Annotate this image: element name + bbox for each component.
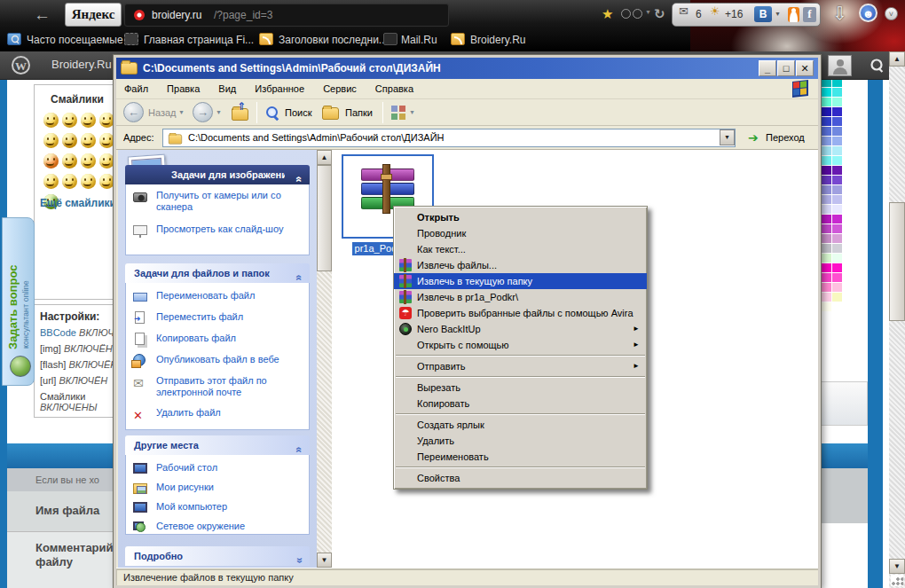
menu-open[interactable]: Открыть (394, 209, 647, 225)
toolbar-collapse-icon[interactable]: ˅ (885, 7, 898, 20)
menu-file[interactable]: Файл (116, 79, 156, 99)
reader-glasses-icon[interactable] (621, 9, 642, 18)
vk-dropdown-icon[interactable]: ▼ (775, 1, 781, 27)
minimize-button[interactable]: _ (759, 60, 776, 76)
views-dropdown-icon[interactable]: ▼ (409, 99, 415, 126)
address-dropdown-icon[interactable]: ▼ (720, 129, 735, 145)
folders-icon[interactable] (322, 107, 339, 120)
other-places-header[interactable]: Другие места « (125, 435, 310, 455)
scroll-up-icon[interactable]: ▲ (889, 51, 905, 67)
go-arrow-icon[interactable]: ➔ (748, 129, 759, 146)
task-copy[interactable]: Копировать файл (156, 333, 307, 344)
go-label[interactable]: Переход (766, 132, 805, 143)
task-pane-scrollbar[interactable]: ▲ ▼ (317, 150, 332, 568)
browser-scrollbar[interactable]: ▲ ▼ (889, 51, 905, 588)
close-button[interactable]: ✕ (796, 60, 814, 76)
bookmark-broidery[interactable]: Broidery.Ru (470, 29, 525, 51)
smiley-icon[interactable] (43, 133, 59, 148)
back-dropdown-icon[interactable]: ▼ (178, 99, 185, 126)
views-icon[interactable] (391, 106, 405, 120)
collapse-chevron-icon[interactable]: « (290, 447, 310, 453)
back-icon[interactable]: ← (123, 102, 144, 122)
menu-rename[interactable]: Переименовать (394, 449, 647, 465)
maximize-button[interactable]: □ (777, 60, 795, 76)
collapse-chevron-icon[interactable]: « (290, 275, 310, 281)
search-label[interactable]: Поиск (285, 99, 311, 126)
expand-chevron-icon[interactable]: « (290, 558, 310, 564)
wordpress-logo-icon[interactable]: W (12, 56, 30, 74)
window-titlebar[interactable]: C:\Documents and Settings\Admin\Рабочий … (116, 58, 818, 79)
bookmark-home[interactable]: Главная страница Fi... (144, 29, 254, 51)
smiley-icon[interactable] (81, 153, 96, 169)
reload-icon[interactable]: ↻ (654, 4, 665, 25)
menu-open-with[interactable]: Открыть с помощью► (394, 337, 647, 353)
smiley-icon[interactable] (99, 153, 114, 169)
place-computer[interactable]: Мой компьютер (156, 501, 307, 513)
mail-icon[interactable]: ✉ (679, 4, 689, 18)
bookmark-frequent[interactable]: Часто посещаемые (27, 29, 123, 51)
mail-count[interactable]: 6 (696, 4, 702, 26)
bookmark-headlines[interactable]: Заголовки последни... (279, 29, 388, 51)
menu-nero-backitup[interactable]: Nero BackItUp► (394, 321, 647, 337)
smiley-icon[interactable] (43, 174, 59, 189)
weather-temp[interactable]: +16 (725, 4, 743, 26)
admin-search-icon[interactable] (870, 58, 883, 71)
menu-favorites[interactable]: Избранное (247, 79, 312, 99)
menu-create-shortcut[interactable]: Создать ярлык (394, 417, 647, 433)
address-input[interactable]: C:\Documents and Settings\Admin\Рабочий … (162, 129, 736, 147)
place-desktop[interactable]: Рабочий стол (156, 462, 307, 474)
place-network[interactable]: Сетевое окружение (156, 521, 307, 532)
smiley-icon[interactable] (43, 113, 59, 128)
bookmark-mailru[interactable]: Mail.Ru (401, 29, 437, 51)
scrollbar-thumb[interactable] (889, 202, 905, 321)
glasses-dropdown-icon[interactable]: ▼ (645, 0, 651, 26)
vk-button[interactable]: B (754, 6, 772, 22)
resize-grip[interactable] (891, 575, 903, 586)
collapse-chevron-icon[interactable]: « (290, 176, 310, 183)
pane-scroll-up-icon[interactable]: ▲ (317, 150, 332, 165)
image-tasks-header[interactable]: Задачи для изображений « (125, 165, 310, 184)
file-tasks-header[interactable]: Задачи для файлов и папок « (125, 263, 310, 283)
menu-edit[interactable]: Правка (159, 79, 208, 99)
menu-extract-here[interactable]: Извлечь в текущую папку (394, 273, 647, 289)
smiley-icon[interactable] (81, 113, 96, 128)
smiley-icon[interactable] (62, 113, 77, 128)
task-delete[interactable]: Удалить файл (156, 407, 307, 419)
smiley-widget-icon[interactable]: ☻ (859, 4, 877, 22)
menu-delete[interactable]: Удалить (394, 433, 647, 449)
pane-scrollbar-thumb[interactable] (317, 165, 332, 271)
menu-extract-to-folder[interactable]: Извлечь в pr1a_Podkr\ (394, 289, 647, 305)
smiley-icon[interactable] (99, 174, 114, 189)
menu-send-to[interactable]: Отправить► (394, 358, 647, 374)
menu-view[interactable]: Вид (210, 79, 244, 99)
smiley-icon[interactable] (99, 133, 114, 148)
facebook-icon[interactable]: f (803, 7, 816, 22)
task-camera[interactable]: Получить от камеры или со сканера (156, 190, 307, 213)
task-publish[interactable]: Опубликовать файл в вебе (156, 354, 307, 365)
admin-bar-site-name[interactable]: Broidery.Ru (51, 58, 112, 71)
smiley-icon[interactable] (62, 153, 77, 169)
task-slideshow[interactable]: Просмотреть как слайд-шоу (156, 223, 307, 235)
menu-copy[interactable]: Копировать (394, 396, 647, 412)
task-move[interactable]: Переместить файл (156, 311, 307, 323)
smiley-icon[interactable] (62, 174, 77, 189)
search-icon[interactable] (265, 106, 279, 120)
forward-icon[interactable]: → (193, 102, 213, 122)
bookmark-star-icon[interactable]: ★ (602, 4, 613, 25)
more-smileys-link[interactable]: Ещё смайлики (40, 197, 116, 209)
menu-tools[interactable]: Сервис (315, 79, 365, 99)
details-header[interactable]: Подробно « (125, 546, 310, 566)
avatar[interactable] (828, 55, 852, 76)
menu-extract-files[interactable]: Извлечь файлы... (394, 257, 647, 273)
bbcode-link[interactable]: BBCode (40, 327, 76, 338)
menu-avira-scan[interactable]: ☂Проверить выбранные файлы с помощью Avi… (394, 305, 647, 321)
smiley-icon[interactable] (62, 133, 77, 148)
place-pictures[interactable]: Мои рисунки (156, 482, 307, 493)
download-arrow-icon[interactable]: ⇩ (832, 2, 847, 25)
folders-label[interactable]: Папки (345, 99, 373, 126)
task-rename[interactable]: Переименовать файл (156, 290, 307, 302)
menu-properties[interactable]: Свойства (394, 470, 647, 486)
weather-sun-icon[interactable]: ☀ (710, 4, 720, 18)
smiley-icon[interactable] (43, 153, 59, 169)
menu-explorer[interactable]: Проводник (394, 225, 647, 241)
